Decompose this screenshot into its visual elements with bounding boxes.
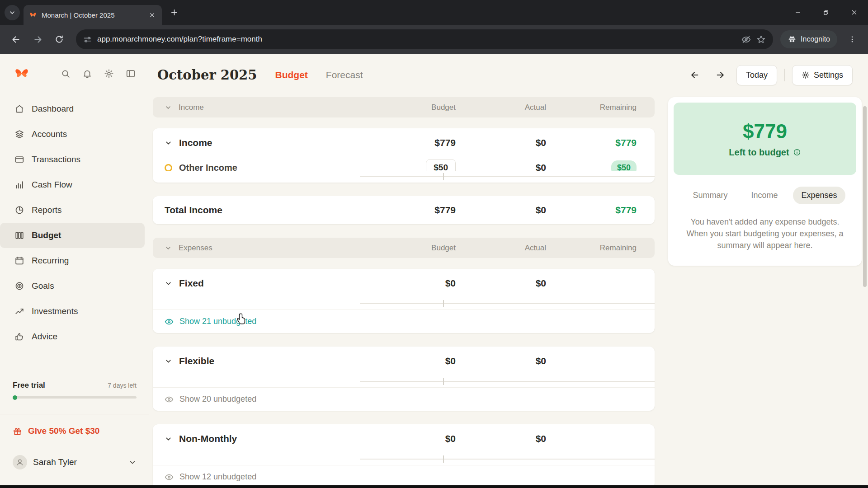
sidebar-item-label: Goals <box>32 281 54 291</box>
window-controls <box>784 0 868 25</box>
tab-forecast[interactable]: Forecast <box>326 70 363 80</box>
browser-tabstrip: Monarch | October 2025 <box>0 0 868 25</box>
tab-budget[interactable]: Budget <box>275 70 307 80</box>
non-monthly-unbudgeted-row: Show 12 unbudgeted <box>153 465 655 488</box>
previous-month-button[interactable] <box>686 66 704 84</box>
column-header-actual: Actual <box>456 103 546 112</box>
non-monthly-group-row[interactable]: Non-Monthly $0 $0 <box>153 424 655 453</box>
search-icon[interactable] <box>61 69 71 79</box>
income-group-label: Income <box>179 137 212 148</box>
window-maximize-button[interactable] <box>812 0 840 25</box>
chevron-down-icon[interactable] <box>165 104 172 111</box>
forward-button[interactable] <box>28 30 47 49</box>
sidebar-item-cash-flow[interactable]: Cash Flow <box>0 172 145 197</box>
window-close-button[interactable] <box>840 0 868 25</box>
income-section-header[interactable]: Income Budget Actual Remaining <box>153 97 655 117</box>
income-subrow-clipped: Other Income $50 $0 $50 <box>153 157 655 171</box>
tab-summary[interactable]: Summary <box>684 187 736 204</box>
user-menu[interactable]: Sarah Tyler <box>13 455 137 469</box>
sidebar-item-transactions[interactable]: Transactions <box>0 147 145 172</box>
column-header-budget: Budget <box>359 103 456 112</box>
flexible-budget-value: $0 <box>359 356 456 366</box>
sidebar-item-advice[interactable]: Advice <box>0 324 145 349</box>
left-to-budget-card: $779 Left to budget <box>674 103 856 175</box>
sidebar-collapse-icon[interactable] <box>126 69 136 79</box>
free-trial-label: Free trial <box>13 381 45 390</box>
tab-search-button[interactable] <box>5 5 20 20</box>
sidebar-item-recurring[interactable]: Recurring <box>0 248 145 273</box>
incognito-icon <box>788 35 797 44</box>
fixed-progress-meter <box>153 298 655 310</box>
income-subrow-actual: $0 <box>456 162 546 171</box>
eye-off-icon[interactable] <box>741 35 751 44</box>
fixed-budget-value: $0 <box>359 278 456 289</box>
sidebar-item-budget[interactable]: Budget <box>0 223 145 248</box>
income-actual-value: $0 <box>456 137 546 148</box>
flexible-group-row[interactable]: Flexible $0 $0 <box>153 347 655 375</box>
fixed-group-row[interactable]: Fixed $0 $0 <box>153 269 655 298</box>
referral-link[interactable]: Give 50% Get $30 <box>13 426 137 436</box>
fixed-group-card: Fixed $0 $0 Show 21 unbudgeted <box>153 269 655 333</box>
header-divider <box>784 69 785 81</box>
today-button[interactable]: Today <box>736 65 777 85</box>
expenses-section-header[interactable]: Expenses Budget Actual Remaining <box>153 238 655 258</box>
bookmark-star-icon[interactable] <box>756 35 766 44</box>
column-header-budget: Budget <box>359 244 456 253</box>
chevron-down-icon[interactable] <box>165 244 172 252</box>
income-progress-meter <box>153 171 655 183</box>
chevron-down-icon[interactable] <box>165 435 172 443</box>
info-icon[interactable] <box>793 148 801 156</box>
total-income-budget: $779 <box>359 205 456 216</box>
trending-up-icon <box>14 306 24 316</box>
window-minimize-button[interactable] <box>784 0 812 25</box>
next-month-button[interactable] <box>711 66 729 84</box>
budget-settings-button[interactable]: Settings <box>792 65 853 85</box>
browser-tab[interactable]: Monarch | October 2025 <box>24 5 162 25</box>
total-income-label: Total Income <box>165 205 222 216</box>
flexible-actual-value: $0 <box>456 356 546 366</box>
income-subrow-budget-input[interactable]: $50 <box>426 159 456 171</box>
sidebar-item-goals[interactable]: Goals <box>0 273 145 299</box>
non-monthly-group-card: Non-Monthly $0 $0 Show 12 unbudgeted <box>153 424 655 488</box>
sidebar-item-investments[interactable]: Investments <box>0 299 145 324</box>
calendar-icon <box>14 256 24 266</box>
site-settings-icon[interactable] <box>83 35 92 44</box>
back-button[interactable] <box>6 30 25 49</box>
show-unbudgeted-link[interactable]: Show 20 unbudgeted <box>179 394 256 404</box>
sidebar-item-accounts[interactable]: Accounts <box>0 122 145 147</box>
sidebar-item-dashboard[interactable]: Dashboard <box>0 96 145 122</box>
view-tabs: Budget Forecast <box>275 70 363 80</box>
column-header-remaining: Remaining <box>546 244 637 253</box>
tab-close-icon[interactable] <box>146 9 157 20</box>
budget-columns-icon <box>14 230 24 240</box>
chevron-down-icon[interactable] <box>165 357 172 365</box>
url-bar[interactable]: app.monarchmoney.com/plan?timeframe=mont… <box>76 29 773 49</box>
notifications-bell-icon[interactable] <box>82 69 92 79</box>
trial-progress-bar <box>13 396 137 399</box>
settings-gear-icon[interactable] <box>104 69 114 79</box>
chevron-down-icon[interactable] <box>165 139 172 147</box>
non-monthly-actual-value: $0 <box>456 433 546 444</box>
monarch-logo-icon[interactable] <box>14 66 30 82</box>
tab-income[interactable]: Income <box>743 187 786 204</box>
new-tab-button[interactable] <box>166 5 182 20</box>
show-unbudgeted-link[interactable]: Show 21 unbudgeted <box>179 317 256 326</box>
income-subrow[interactable]: Other Income $50 $0 $50 <box>153 157 655 171</box>
today-button-label: Today <box>746 70 768 80</box>
income-group-row[interactable]: Income $779 $0 $779 <box>153 128 655 157</box>
sidebar-top <box>0 62 149 85</box>
flexible-group-card: Flexible $0 $0 Show 20 unbudgeted <box>153 347 655 411</box>
tab-expenses[interactable]: Expenses <box>793 187 845 204</box>
arrow-left-icon <box>690 70 700 80</box>
sidebar-item-reports[interactable]: Reports <box>0 197 145 223</box>
sidebar-item-label: Reports <box>32 205 62 215</box>
page-scrollbar[interactable] <box>863 106 867 287</box>
url-text[interactable]: app.monarchmoney.com/plan?timeframe=mont… <box>97 35 736 44</box>
show-unbudgeted-link[interactable]: Show 12 unbudgeted <box>179 472 256 482</box>
reload-button[interactable] <box>50 30 69 49</box>
arrow-right-icon <box>715 70 725 80</box>
income-subrow-remaining-pill: $50 <box>611 160 637 171</box>
chevron-down-icon[interactable] <box>165 280 172 287</box>
browser-menu-button[interactable] <box>843 30 862 49</box>
restore-icon <box>823 9 829 16</box>
